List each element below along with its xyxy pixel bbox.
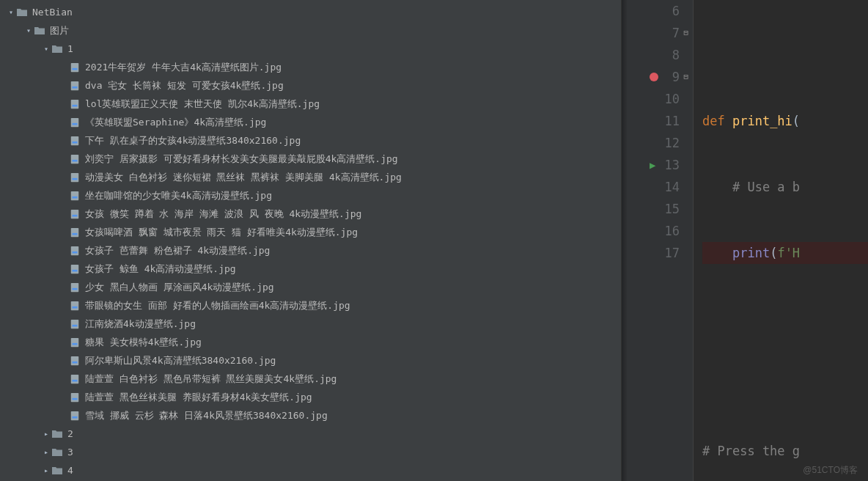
folder-icon — [51, 465, 63, 477]
svg-rect-14 — [71, 191, 79, 199]
file-label: 2021牛年贺岁 牛年大吉4k高清壁纸图片.jpg — [85, 61, 282, 74]
svg-rect-31 — [73, 342, 78, 345]
svg-rect-25 — [73, 287, 78, 290]
file-label: 江南烧酒4k动漫壁纸.jpg — [85, 317, 196, 331]
breakpoint-icon[interactable] — [650, 73, 658, 81]
line-number: 16 — [663, 220, 680, 242]
folder-label: 2 — [67, 428, 73, 439]
tree-file[interactable]: 糖果 美女模特4k壁纸.jpg — [0, 333, 621, 351]
tree-file[interactable]: 女孩子 芭蕾舞 粉色裙子 4k动漫壁纸.jpg — [0, 241, 621, 260]
svg-rect-26 — [71, 301, 79, 309]
image-file-icon — [69, 117, 81, 128]
run-icon[interactable]: ▶ — [650, 154, 655, 176]
tree-folder-2[interactable]: ▸ 2 — [0, 425, 621, 443]
tree-file[interactable]: 雪域 挪威 云杉 森林 日落4k风景壁纸3840x2160.jpg — [0, 406, 621, 425]
file-label: 陆萱萱 黑色丝袜美腿 养眼好看身材4k美女壁纸.jpg — [85, 391, 312, 404]
svg-rect-34 — [71, 374, 79, 383]
tree-file[interactable]: 下午 趴在桌子的女孩4k动漫壁纸3840x2160.jpg — [0, 131, 621, 150]
svg-rect-13 — [73, 177, 78, 180]
line-number: 6 — [663, 0, 680, 22]
tree-folder-4[interactable]: ▸ 4 — [0, 461, 621, 480]
code-area[interactable]: def print_hi( # Use a b print(f'H # Pres… — [694, 0, 868, 481]
image-file-icon — [69, 318, 81, 330]
code-editor[interactable]: 6 7⊟ 8 9⊟ 10 11 12 ▶13 14 15 16 17 def p… — [622, 0, 868, 481]
svg-rect-39 — [73, 416, 78, 418]
tree-file[interactable]: 阿尔卑斯山风景4k高清壁纸3840x2160.jpg — [0, 351, 621, 370]
tree-file[interactable]: 动漫美女 白色衬衫 迷你短裙 黑丝袜 黑裤袜 美脚美腿 4k高清壁纸.jpg — [0, 168, 621, 186]
line-number: 7 — [663, 22, 680, 44]
file-label: 糖果 美女模特4k壁纸.jpg — [85, 336, 202, 349]
line-number: 11 — [663, 110, 680, 132]
image-file-icon — [69, 172, 81, 183]
chevron-down-icon[interactable]: ▾ — [41, 45, 51, 53]
file-label: 下午 趴在桌子的女孩4k动漫壁纸3840x2160.jpg — [85, 134, 301, 147]
tree-folder-1[interactable]: ▾ 1 — [0, 40, 621, 58]
svg-rect-29 — [73, 324, 78, 326]
svg-rect-20 — [71, 246, 79, 254]
file-label: 女孩子 芭蕾舞 粉色裙子 4k动漫壁纸.jpg — [85, 244, 270, 257]
tree-folder-images[interactable]: ▾ 图片 — [0, 21, 621, 40]
image-file-icon — [69, 282, 81, 293]
line-number: 12 — [663, 132, 680, 154]
image-file-icon — [69, 300, 81, 312]
svg-rect-38 — [71, 411, 79, 419]
folder-icon — [51, 447, 63, 458]
chevron-down-icon[interactable]: ▾ — [23, 26, 34, 34]
svg-rect-8 — [71, 136, 79, 144]
fold-icon[interactable]: ⊟ — [683, 66, 688, 88]
svg-rect-15 — [73, 196, 78, 198]
svg-rect-30 — [71, 337, 79, 346]
editor-gutter: 6 7⊟ 8 9⊟ 10 11 12 ▶13 14 15 16 17 — [622, 0, 694, 481]
tree-file[interactable]: 坐在咖啡馆的少女唯美4k高清动漫壁纸.jpg — [0, 186, 621, 205]
folder-icon — [51, 43, 63, 55]
tree-file[interactable]: dva 宅女 长筒袜 短发 可爱女孩4k壁纸.jpg — [0, 76, 621, 95]
tree-file[interactable]: 带眼镜的女生 面部 好看的人物插画绘画4k高清动漫壁纸.jpg — [0, 296, 621, 315]
file-label: 带眼镜的女生 面部 好看的人物插画绘画4k高清动漫壁纸.jpg — [85, 299, 350, 312]
svg-rect-9 — [73, 141, 78, 143]
line-number: 15 — [663, 198, 680, 220]
folder-label: 4 — [67, 465, 73, 476]
tree-file[interactable]: 《英雄联盟Seraphine》4k高清壁纸.jpg — [0, 113, 621, 131]
svg-rect-11 — [73, 159, 78, 161]
chevron-down-icon[interactable]: ▾ — [6, 8, 16, 16]
folder-label: 3 — [67, 447, 73, 458]
fold-icon[interactable]: ⊟ — [683, 22, 688, 44]
image-file-icon — [69, 355, 81, 367]
svg-rect-24 — [71, 282, 79, 291]
tree-file[interactable]: 江南烧酒4k动漫壁纸.jpg — [0, 315, 621, 333]
tree-file[interactable]: 陆萱萱 白色衬衫 黑色吊带短裤 黑丝美腿美女4k壁纸.jpg — [0, 370, 621, 388]
tree-file[interactable]: lol英雄联盟正义天使 末世天使 凯尔4k高清壁纸.jpg — [0, 95, 621, 113]
chevron-right-icon[interactable]: ▸ — [41, 466, 51, 474]
tree-file[interactable]: 女孩喝啤酒 飘窗 城市夜景 雨天 猫 好看唯美4k动漫壁纸.jpg — [0, 223, 621, 241]
chevron-right-icon[interactable]: ▸ — [41, 430, 51, 438]
tree-file[interactable]: 少女 黑白人物画 厚涂画风4k动漫壁纸.jpg — [0, 278, 621, 296]
file-label: 坐在咖啡馆的少女唯美4k高清动漫壁纸.jpg — [85, 189, 272, 202]
tree-file[interactable]: 2021牛年贺岁 牛年大吉4k高清壁纸图片.jpg — [0, 58, 621, 76]
folder-label: 1 — [67, 43, 73, 54]
svg-rect-28 — [71, 319, 79, 328]
file-label: dva 宅女 长筒袜 短发 可爱女孩4k壁纸.jpg — [85, 79, 284, 92]
image-file-icon — [69, 373, 81, 385]
chevron-right-icon[interactable]: ▸ — [41, 448, 51, 456]
svg-rect-22 — [71, 264, 79, 273]
tree-file[interactable]: 女孩子 鲸鱼 4k高清动漫壁纸.jpg — [0, 260, 621, 278]
file-label: 女孩喝啤酒 飘窗 城市夜景 雨天 猫 好看唯美4k动漫壁纸.jpg — [85, 226, 358, 239]
svg-rect-33 — [73, 361, 78, 363]
tree-folder-3[interactable]: ▸ 3 — [0, 443, 621, 461]
image-file-icon — [69, 135, 81, 147]
tree-file[interactable]: 刘奕宁 居家摄影 可爱好看身材长发美女美腿最美敲屁股4k高清壁纸.jpg — [0, 150, 621, 168]
project-tree[interactable]: ▾ NetBian ▾ 图片 ▾ 1 2021牛年贺岁 牛年大吉4k高清壁纸图片… — [0, 0, 622, 481]
svg-rect-4 — [71, 99, 79, 108]
tree-file[interactable]: 女孩 微笑 蹲着 水 海岸 海滩 波浪 风 夜晚 4k动漫壁纸.jpg — [0, 205, 621, 223]
svg-rect-23 — [73, 269, 78, 271]
image-file-icon — [69, 337, 81, 348]
image-file-icon — [69, 245, 81, 257]
file-label: 动漫美女 白色衬衫 迷你短裙 黑丝袜 黑裤袜 美脚美腿 4k高清壁纸.jpg — [85, 171, 402, 184]
tree-file[interactable]: 陆萱萱 黑色丝袜美腿 养眼好看身材4k美女壁纸.jpg — [0, 388, 621, 406]
svg-rect-3 — [73, 86, 78, 88]
folder-label: NetBian — [32, 7, 73, 18]
line-number: 8 — [663, 44, 680, 66]
tree-folder-root[interactable]: ▾ NetBian — [0, 3, 621, 21]
image-file-icon — [69, 263, 81, 275]
svg-rect-36 — [71, 392, 79, 401]
